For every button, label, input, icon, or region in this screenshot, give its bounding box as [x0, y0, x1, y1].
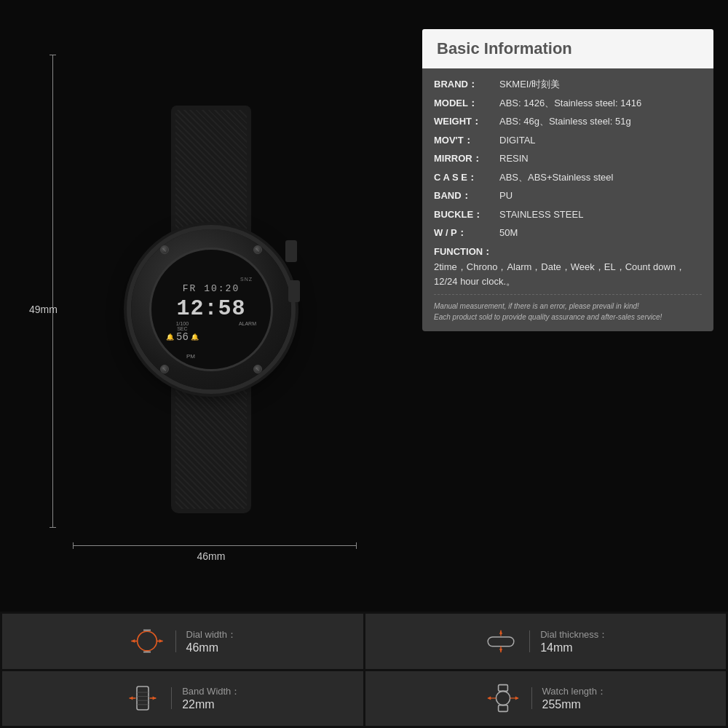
sec-value: 56: [176, 331, 189, 343]
bottom-specs: Dial width： 46mm Dial thickness： 14mm: [0, 612, 728, 728]
model-row: MODEL： ABS: 1426、Stainless steel: 1416: [434, 96, 702, 111]
wp-label: W / P：: [434, 226, 499, 240]
watch-case: SNZ FR 10:20 PM 12:58 1/100SEC 🔔 56: [131, 229, 291, 389]
screw-tl: [160, 245, 169, 254]
buckle-row: BUCKLE： STAINLESS STEEL: [434, 207, 702, 222]
info-title-bar: Basic Information: [422, 29, 713, 68]
band-width-text: Band Width： 22mm: [182, 685, 240, 711]
weight-label: WEIGHT：: [434, 114, 499, 129]
case-value: ABS、ABS+Stainless steel: [499, 170, 702, 185]
svg-rect-7: [488, 637, 514, 646]
svg-marker-27: [515, 697, 518, 700]
watch-area: 49mm 46mm: [15, 15, 408, 604]
brand-value: SKMEI/时刻美: [499, 77, 702, 92]
svg-point-0: [137, 631, 157, 651]
side-button-mid[interactable]: [288, 280, 300, 302]
watch-length-label: Watch length：: [542, 685, 606, 698]
function-label: FUNCTION：: [434, 245, 499, 259]
case-row: C A S E： ABS、ABS+Stainless steel: [434, 170, 702, 185]
divider: [529, 630, 530, 652]
sec-label: 1/100SEC: [166, 321, 199, 331]
pm-indicator: PM: [186, 353, 195, 360]
watch-length-icon: [485, 684, 521, 713]
main-container: 49mm 46mm: [0, 0, 728, 728]
top-section: 49mm 46mm: [0, 0, 728, 612]
movt-value: DIGITAL: [499, 133, 702, 148]
divider: [531, 687, 532, 709]
svg-marker-20: [153, 697, 157, 700]
buckle-label: BUCKLE：: [434, 207, 499, 222]
screw-bl: [160, 365, 169, 373]
model-value: ABS: 1426、Stainless steel: 1416: [499, 96, 702, 111]
screw-tr: [253, 245, 262, 254]
weight-value: ABS: 46g、Stainless steel: 51g: [499, 114, 702, 129]
watch-face: SNZ FR 10:20 PM 12:58 1/100SEC 🔔 56: [149, 248, 273, 371]
wp-value: 50M: [499, 226, 702, 240]
seconds-area: 1/100SEC 🔔 56 🔔: [166, 321, 199, 343]
spec-dial-thickness: Dial thickness： 14mm: [365, 614, 727, 669]
svg-marker-4: [159, 639, 162, 643]
svg-marker-3: [131, 639, 135, 643]
dial-width-label: Dial width：: [186, 628, 237, 641]
svg-point-21: [496, 692, 510, 705]
function-row: FUNCTION： 2time，Chrono，Alarm，Date，Week，E…: [434, 245, 702, 289]
width-line: [73, 545, 357, 546]
alarm-area: ALARM: [239, 321, 256, 343]
info-body: BRAND： SKMEI/时刻美 MODEL： ABS: 1426、Stainl…: [422, 68, 713, 331]
info-note: Manual measurement, if there is an error…: [434, 301, 702, 323]
dial-width-value: 46mm: [186, 641, 237, 654]
info-title-text: Basic Information: [437, 39, 572, 58]
mirror-row: MIRROR： RESIN: [434, 151, 702, 166]
height-label: 49mm: [29, 304, 58, 315]
spec-band-width: Band Width： 22mm: [2, 671, 363, 727]
brand-label: BRAND：: [434, 77, 499, 92]
height-measurement: [52, 55, 53, 528]
band-width-value: 22mm: [182, 698, 240, 711]
snz-label: SNZ: [240, 277, 253, 282]
time-display: 12:58: [176, 296, 245, 321]
mirror-label: MIRROR：: [434, 151, 499, 166]
brand-row: BRAND： SKMEI/时刻美: [434, 77, 702, 92]
svg-rect-23: [498, 705, 507, 712]
divider: [171, 687, 172, 709]
screw-br: [253, 365, 262, 373]
date-display: FR 10:20: [183, 283, 240, 294]
svg-marker-19: [130, 697, 133, 700]
dial-width-text: Dial width： 46mm: [186, 628, 237, 654]
band-label: BAND：: [434, 189, 499, 203]
buckle-value: STAINLESS STEEL: [499, 207, 702, 222]
wp-row: W / P： 50M: [434, 226, 702, 240]
alarm-label: ALARM: [239, 321, 256, 326]
svg-marker-11: [499, 649, 502, 652]
dial-thickness-value: 14mm: [540, 641, 608, 654]
watch-illustration: SNZ FR 10:20 PM 12:58 1/100SEC 🔔 56: [87, 106, 335, 513]
dial-thickness-text: Dial thickness： 14mm: [540, 628, 608, 654]
function-value: 2time，Chrono，Alarm，Date，Week，EL，Count do…: [434, 260, 702, 288]
band-value: PU: [499, 189, 702, 203]
info-panel: Basic Information BRAND： SKMEI/时刻美 MODEL…: [422, 29, 713, 331]
svg-rect-22: [498, 685, 507, 692]
mirror-value: RESIN: [499, 151, 702, 166]
spec-dial-width: Dial width： 46mm: [2, 614, 363, 669]
side-button-top[interactable]: [285, 240, 297, 262]
band-row: BAND： PU: [434, 189, 702, 203]
watch-length-text: Watch length： 255mm: [542, 685, 606, 711]
info-divider: [434, 294, 702, 295]
case-label: C A S E：: [434, 170, 499, 185]
dial-thickness-label: Dial thickness：: [540, 628, 608, 641]
bottom-display: 1/100SEC 🔔 56 🔔 ALARM: [159, 321, 264, 343]
weight-row: WEIGHT： ABS: 46g、Stainless steel: 51g: [434, 114, 702, 129]
band-width-label: Band Width：: [182, 685, 240, 698]
spec-watch-length: Watch length： 255mm: [365, 671, 727, 727]
svg-marker-10: [499, 630, 502, 633]
svg-marker-26: [487, 697, 491, 700]
dial-width-icon: [129, 627, 165, 656]
divider: [175, 630, 176, 652]
movt-row: MOV'T： DIGITAL: [434, 133, 702, 148]
movt-label: MOV'T：: [434, 133, 499, 148]
strap-bottom: [171, 379, 251, 513]
dial-thickness-icon: [483, 627, 519, 656]
width-label: 46mm: [197, 550, 226, 562]
band-width-icon: [124, 684, 161, 713]
svg-rect-12: [137, 687, 149, 710]
